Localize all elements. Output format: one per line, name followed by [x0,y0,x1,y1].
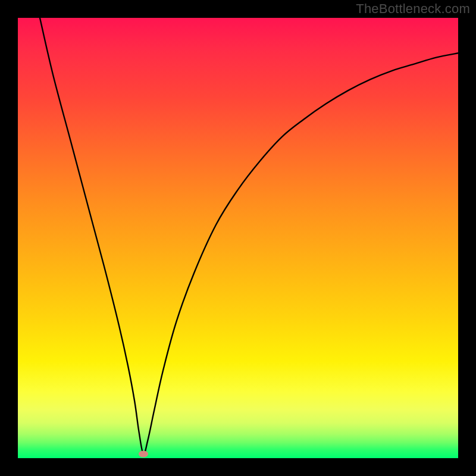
minimum-marker [139,450,148,457]
chart-frame: TheBottleneck.com [0,0,476,476]
watermark-text: TheBottleneck.com [356,1,470,17]
plot-area [18,18,458,458]
background-gradient [18,18,458,458]
